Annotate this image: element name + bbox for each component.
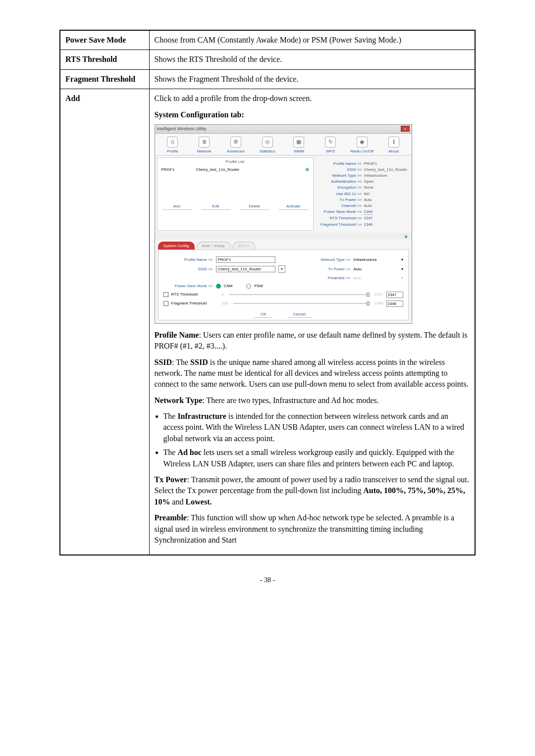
network-type-select[interactable]: Infrastructure — [354, 257, 398, 262]
list-item: The Ad hoc lets users set a small wirele… — [163, 447, 470, 469]
rts-slider[interactable] — [229, 294, 370, 295]
profile-row-ssid: Cherry_test_11n_Router — [196, 167, 305, 172]
wmm-icon: ▦ — [293, 137, 304, 148]
radio-icon: ◉ — [357, 137, 368, 148]
chevron-down-icon: ▾ — [401, 257, 403, 262]
network-type-para: Network Type: There are two types, Infra… — [155, 395, 470, 406]
profile-buttons: Add Edit Delete Activate — [160, 203, 311, 210]
tab-system-config[interactable]: System Config — [158, 242, 195, 250]
preamble-para: Preamble: This function will show up whe… — [155, 512, 470, 546]
about-icon: ℹ — [388, 137, 399, 148]
tab-8021x[interactable]: 8021X — [233, 242, 255, 250]
app-window: Intelligent Wireless Utility × ⎙Profile … — [155, 124, 412, 324]
tx-power-select[interactable]: Auto — [354, 266, 398, 272]
tb-profile[interactable]: ⎙Profile — [159, 137, 186, 154]
tb-statistics[interactable]: ◎Statistics — [254, 137, 281, 154]
chevron-down-icon: ▾ — [401, 266, 403, 272]
profile-row-name: PROF1 — [161, 167, 196, 172]
tb-wmm[interactable]: ▦WMM — [285, 137, 313, 154]
fragment-value-field[interactable] — [386, 301, 403, 307]
detail-panel: Profile Name >>PROF1 SSID >>Cherry_test_… — [316, 157, 410, 231]
system-config-panel: Profile Name >> Network Type >> Infrastr… — [158, 250, 409, 320]
row-rts-desc: Shows the RTS Threshold of the device. — [149, 50, 475, 69]
ssid-field[interactable] — [216, 266, 275, 272]
row-fragment-label: Fragment Threshold — [60, 69, 149, 89]
delete-button[interactable]: Delete — [240, 203, 269, 210]
profile-list-panel: Profile List PROF1 Cherry_test_11n_Route… — [157, 157, 314, 231]
ssid-para: SSID: The SSID is the unique name shared… — [155, 357, 470, 390]
profile-icon: ⎙ — [167, 137, 178, 148]
wps-icon: ↻ — [325, 137, 336, 148]
activate-button[interactable]: Activate — [279, 203, 308, 210]
row-add-content: Click to add a profile from the drop-dow… — [149, 89, 475, 555]
profile-list-title: Profile List — [160, 159, 311, 164]
definitions-table: Power Save Mode Choose from CAM (Constan… — [59, 30, 476, 555]
tb-network[interactable]: ≣Network — [190, 137, 218, 154]
chevron-up-icon: ▲ — [404, 233, 409, 240]
rts-checkbox[interactable] — [163, 292, 168, 297]
tb-wps[interactable]: ↻WPS — [317, 137, 344, 154]
ok-button[interactable]: OK — [255, 311, 272, 318]
tb-about[interactable]: ℹAbout — [380, 137, 408, 154]
toolbar: ⎙Profile ≣Network ⚙Advanced ◎Statistics … — [155, 134, 412, 155]
psm-radio[interactable] — [246, 284, 251, 289]
row-fragment-desc: Shows the Fragment Threshold of the devi… — [149, 69, 475, 89]
advanced-icon: ⚙ — [230, 137, 241, 148]
profile-name-field[interactable] — [216, 256, 275, 263]
page-number: - 38 - — [59, 575, 476, 585]
row-rts-label: RTS Threshold — [60, 50, 149, 69]
row-power-save-label: Power Save Mode — [60, 30, 149, 50]
statistics-icon: ◎ — [262, 137, 273, 148]
add-desc: Click to add a profile from the drop-dow… — [155, 93, 470, 104]
edit-button[interactable]: Edit — [201, 203, 230, 210]
content-row: Profile List PROF1 Cherry_test_11n_Route… — [155, 155, 412, 233]
cancel-button[interactable]: Cancel — [287, 311, 312, 318]
tb-radio[interactable]: ◉Radio On/Off — [348, 137, 376, 154]
cam-link: CAM — [364, 209, 373, 215]
close-icon[interactable]: × — [401, 126, 410, 132]
network-type-list: The Infrastructure is intended for the c… — [163, 411, 470, 469]
rts-value-field[interactable] — [386, 292, 403, 298]
profile-name-para: Profile Name: Users can enter profile na… — [155, 330, 470, 352]
list-item: The Infrastructure is intended for the c… — [163, 411, 470, 444]
collapse-bar[interactable]: ▲ — [155, 233, 412, 240]
system-config-heading: System Configuration tab: — [155, 109, 470, 120]
titlebar: Intelligent Wireless Utility × — [155, 125, 412, 134]
fragment-checkbox[interactable] — [163, 301, 168, 306]
tx-power-para: Tx Power: Transmit power, the amount of … — [155, 474, 470, 507]
row-add-label: Add — [60, 89, 149, 555]
ssid-dropdown-icon[interactable]: ▾ — [278, 265, 285, 273]
tab-auth-encry[interactable]: Auth. \ Encry. — [197, 242, 231, 250]
add-button[interactable]: Add — [162, 203, 192, 210]
app-title: Intelligent Wireless Utility — [157, 126, 207, 132]
signal-icon: ✥ — [305, 166, 309, 173]
fragment-slider[interactable] — [233, 303, 370, 304]
preamble-select: Auto — [354, 275, 398, 281]
cam-radio[interactable] — [216, 284, 221, 289]
network-icon: ≣ — [199, 137, 210, 148]
tb-advanced[interactable]: ⚙Advanced — [222, 137, 250, 154]
config-tabs: System Config Auth. \ Encry. 8021X — [158, 242, 409, 250]
profile-row[interactable]: PROF1 Cherry_test_11n_Router ✥ — [160, 165, 311, 174]
row-power-save-desc: Choose from CAM (Constantly Awake Mode) … — [149, 30, 475, 50]
chevron-down-icon: ▾ — [401, 275, 403, 281]
